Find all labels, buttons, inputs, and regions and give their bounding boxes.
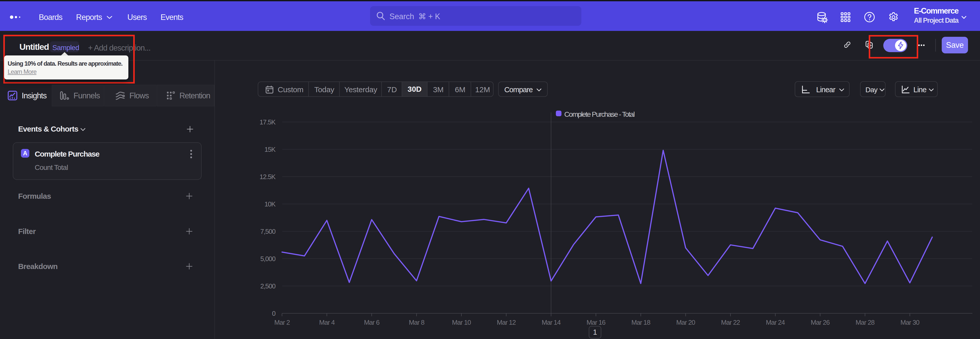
svg-text:7,500: 7,500 [260, 228, 275, 235]
svg-text:Mar 24: Mar 24 [766, 318, 785, 326]
svg-text:12.5K: 12.5K [259, 173, 276, 181]
svg-text:5,000: 5,000 [260, 255, 275, 262]
svg-text:Mar 22: Mar 22 [721, 318, 740, 326]
svg-text:15K: 15K [264, 146, 276, 153]
svg-text:17.5K: 17.5K [259, 118, 276, 126]
svg-text:Mar 18: Mar 18 [632, 318, 650, 326]
svg-text:0: 0 [272, 310, 275, 317]
svg-text:10K: 10K [264, 200, 276, 208]
svg-text:Mar 6: Mar 6 [364, 318, 380, 326]
svg-text:Mar 20: Mar 20 [676, 318, 695, 326]
svg-text:Mar 26: Mar 26 [811, 318, 830, 326]
svg-text:Mar 10: Mar 10 [452, 318, 471, 326]
svg-text:Mar 4: Mar 4 [319, 318, 334, 326]
svg-text:Mar 28: Mar 28 [856, 318, 875, 326]
svg-text:Mar 14: Mar 14 [542, 318, 560, 326]
svg-text:Mar 8: Mar 8 [409, 318, 425, 326]
svg-text:Mar 2: Mar 2 [274, 318, 290, 326]
svg-text:Mar 30: Mar 30 [900, 318, 919, 326]
svg-text:2,500: 2,500 [260, 282, 275, 290]
svg-text:Mar 12: Mar 12 [497, 318, 516, 326]
svg-text:Mar 16: Mar 16 [587, 318, 605, 326]
